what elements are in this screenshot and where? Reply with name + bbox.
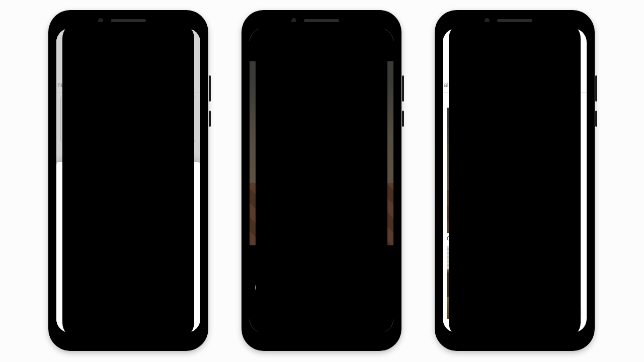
svg-rect-9 <box>66 205 70 209</box>
record-title: 00333 <box>449 60 581 69</box>
clock: 4:51 <box>450 33 460 39</box>
tab-partial[interactable]: al <box>444 81 448 92</box>
svg-point-15 <box>553 49 557 53</box>
note-caption: Corroded base causing leak <box>447 235 583 241</box>
video-icon <box>64 202 73 211</box>
phone-3-frame: 4:51 ▢▣✱⋮· ⛭◉◢◢▮ 00333 Bookable Resource… <box>435 10 595 351</box>
menu-audio[interactable]: Audio <box>56 215 200 232</box>
deactivate-icon <box>64 305 73 314</box>
menu-refresh[interactable]: Refresh <box>56 318 200 333</box>
svg-rect-11 <box>68 221 70 224</box>
record-title: 00333 <box>62 60 194 69</box>
add-icon[interactable] <box>163 45 175 57</box>
status-bar: 4:33 ▢▣✱⋮· ⛭◉◢◢▮ <box>56 28 200 43</box>
tab-timeline[interactable]: Timeline <box>547 81 570 92</box>
clock: 4:33 <box>63 33 74 39</box>
svg-point-14 <box>69 310 71 312</box>
menu-photo[interactable]: Photo <box>56 181 200 198</box>
svg-line-1 <box>150 52 151 54</box>
notes-list[interactable]: ⋯ FUJITAir Corroded base causing leak <box>443 104 587 333</box>
menu-video[interactable]: Video <box>56 198 200 215</box>
phone-2-screen: FUJITAir <box>250 28 393 333</box>
svg-point-0 <box>146 49 150 53</box>
tab-row: ner Service Notes Timeline Related <box>56 79 200 93</box>
camera-capture-screen: FUJITAir <box>250 28 393 333</box>
svg-marker-10 <box>70 205 72 209</box>
svg-line-16 <box>556 52 558 54</box>
tab-timeline[interactable]: Timeline <box>129 81 152 92</box>
menu-file[interactable]: File <box>56 232 200 249</box>
save-icon <box>64 253 73 262</box>
note-card[interactable]: ⋯ <box>447 246 583 319</box>
phone-3-screen: 4:51 ▢▣✱⋮· ⛭◉◢◢▮ 00333 Bookable Resource… <box>443 28 587 333</box>
refresh-icon <box>64 322 73 331</box>
text-icon <box>64 168 73 177</box>
attach-icon <box>64 236 73 245</box>
menu-deactivate[interactable]: Deactivate <box>56 301 200 318</box>
retake-button[interactable] <box>255 279 273 297</box>
app-header: ⋮ <box>56 43 200 59</box>
back-icon[interactable] <box>447 45 459 57</box>
note-image[interactable]: FUJITAir <box>447 108 542 233</box>
tab-notes[interactable]: Notes <box>104 81 120 93</box>
menu-new[interactable]: ＋ New <box>56 284 200 301</box>
svg-point-8 <box>67 189 70 191</box>
tab-customer[interactable]: Customer <box>457 81 484 92</box>
overflow-icon[interactable]: ⋮ <box>183 45 195 57</box>
note-overflow-icon[interactable]: ⋯ <box>571 110 583 119</box>
svg-point-21 <box>565 311 566 312</box>
action-sheet: Text Photo Video Audio File Save Save & … <box>56 162 200 333</box>
add-icon[interactable] <box>570 45 582 57</box>
tab-related[interactable]: Related <box>161 81 182 92</box>
note-card[interactable]: ⋯ FUJITAir Corroded base causing leak <box>447 108 583 241</box>
note-overflow-icon[interactable]: ⋯ <box>571 248 583 258</box>
save-close-icon <box>64 270 73 280</box>
camera-icon <box>64 185 73 194</box>
note-image[interactable] <box>447 246 542 319</box>
app-header <box>443 43 587 59</box>
gesture-bar <box>250 328 393 330</box>
back-icon[interactable] <box>60 45 72 57</box>
tab-notes[interactable]: Notes <box>522 81 537 93</box>
tab-row: al Customer Service Notes Timeline <box>443 79 587 93</box>
brand-label: FUJIT <box>349 163 360 167</box>
no-notes-placeholder: No related notes <box>60 97 196 142</box>
mic-icon <box>64 219 73 228</box>
search-icon[interactable] <box>549 45 561 57</box>
sheet-scrim[interactable] <box>56 28 200 333</box>
tab-service[interactable]: Service <box>75 81 95 92</box>
viewfinder-image: FUJITAir <box>250 61 393 245</box>
phone-1-frame: 4:33 ▢▣✱⋮· ⛭◉◢◢▮ ⋮ 00333 Bookable Resour… <box>48 10 208 351</box>
record-subtitle: Bookable Resource Booking <box>449 70 581 76</box>
menu-text[interactable]: Text <box>56 164 200 181</box>
record-subtitle: Bookable Resource Booking <box>62 70 194 76</box>
tab-service[interactable]: Service <box>493 81 513 92</box>
svg-point-23 <box>565 314 566 315</box>
three-phone-sequence: 4:33 ▢▣✱⋮· ⛭◉◢◢▮ ⋮ 00333 Bookable Resour… <box>0 0 644 362</box>
confirm-capture-button[interactable] <box>309 276 334 300</box>
plus-icon: ＋ <box>64 288 73 297</box>
list-fab[interactable] <box>556 301 579 323</box>
svg-rect-13 <box>67 255 70 256</box>
svg-point-19 <box>565 309 566 310</box>
svg-rect-7 <box>66 188 72 193</box>
menu-save-close[interactable]: Save & Close <box>56 266 200 284</box>
phone-1-screen: 4:33 ▢▣✱⋮· ⛭◉◢◢▮ ⋮ 00333 Bookable Resour… <box>56 28 200 333</box>
menu-save[interactable]: Save <box>56 249 200 266</box>
phone-2-frame: FUJITAir <box>242 10 401 351</box>
status-bar: 4:51 ▢▣✱⋮· ⛭◉◢◢▮ <box>443 28 587 43</box>
search-icon[interactable] <box>143 45 155 57</box>
